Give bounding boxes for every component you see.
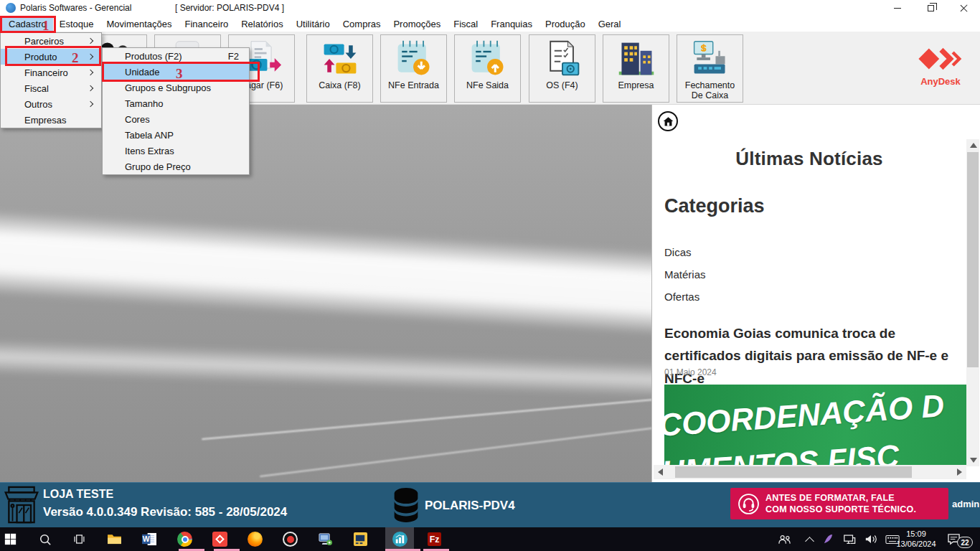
toolbar-button-nfe-saida[interactable]: NFe Saida [454, 34, 521, 103]
category-link-ofertas[interactable]: Ofertas [664, 291, 699, 303]
network-icon [843, 534, 856, 545]
menu-item-financeiro[interactable]: Financeiro [1, 65, 101, 80]
horizontal-scrollbar[interactable] [654, 465, 966, 479]
scroll-up-icon[interactable] [970, 143, 977, 148]
windows-logo-icon [4, 533, 17, 545]
chevron-up-icon [805, 537, 814, 546]
menu-compras[interactable]: Compras [336, 17, 387, 31]
submenu-chevron-icon [88, 85, 93, 91]
submenu-item-tamanho[interactable]: Tamanho [103, 95, 249, 111]
menu-item-parceiros[interactable]: Parceiros [1, 33, 101, 49]
tray-people[interactable] [776, 531, 793, 547]
taskbar-recorder[interactable] [282, 531, 298, 547]
service-order-icon [542, 39, 583, 79]
categories-heading: Categorias [664, 195, 765, 217]
submenu-item-unidade[interactable]: Unidade [103, 64, 249, 80]
polaris-app-icon [6, 3, 16, 13]
submenu-item-itens-extras[interactable]: Itens Extras [103, 143, 249, 159]
close-button[interactable] [947, 0, 980, 16]
record-icon [283, 532, 298, 547]
database-name: POLARIS-PDV4 [425, 499, 515, 513]
menu-franquias[interactable]: Franquias [484, 17, 539, 31]
taskbar-chrome[interactable] [176, 531, 193, 547]
store-icon [3, 485, 40, 528]
computer-icon [318, 532, 333, 546]
menu-relatorios[interactable]: Relatórios [235, 17, 290, 31]
shortcut-label: F2 [228, 51, 239, 62]
home-button[interactable] [658, 111, 678, 131]
menu-financeiro[interactable]: Financeiro [179, 17, 235, 31]
currency-exchange-icon [320, 39, 360, 79]
toolbar-button-os[interactable]: OS (F4) [529, 34, 595, 103]
menu-movimentacoes[interactable]: Movimentações [100, 17, 178, 31]
taskbar-search-button[interactable] [37, 531, 53, 547]
task-view-button[interactable] [71, 531, 88, 547]
tray-volume[interactable] [862, 531, 879, 547]
menu-cadastro[interactable]: Cadastro [2, 17, 53, 31]
window-title: Polaris Softwares - Gerencial [20, 3, 131, 13]
submenu-item-grupo-preco[interactable]: Grupo de Preço [103, 159, 249, 174]
menu-promocoes[interactable]: Promoções [387, 17, 447, 31]
scroll-right-icon[interactable] [957, 468, 962, 476]
taskbar-firefox[interactable] [247, 531, 263, 547]
article-title[interactable]: Economia Goias comunica troca de certifi… [664, 322, 971, 390]
menu-item-produto[interactable]: Produto [1, 49, 101, 65]
minimize-button[interactable] [881, 0, 914, 16]
polaris-chart-icon [392, 532, 407, 547]
restore-icon [928, 5, 934, 11]
menu-utilitario[interactable]: Utilitário [290, 17, 336, 31]
menu-geral[interactable]: Geral [592, 17, 628, 31]
toolbar-button-empresa[interactable]: Empresa [603, 34, 669, 103]
restore-button[interactable] [914, 0, 947, 16]
horizontal-scroll-thumb[interactable] [675, 466, 912, 478]
folder-icon [107, 533, 122, 545]
tray-network[interactable] [841, 531, 857, 547]
taskbar-filezilla[interactable]: Fz [426, 531, 443, 547]
tray-show-hidden[interactable] [801, 531, 818, 547]
taskbar-app-yellow[interactable] [352, 531, 369, 547]
submenu-item-cores[interactable]: Cores [103, 111, 249, 127]
menu-estoque[interactable]: Estoque [53, 17, 100, 31]
produto-submenu: Produtos (F2)F2 Unidade Grupos e Subgrup… [102, 47, 250, 175]
news-panel: Últimas Notícias Categorias Dicas Matéri… [651, 105, 980, 482]
start-button[interactable] [2, 531, 19, 547]
menu-item-fiscal[interactable]: Fiscal [1, 80, 101, 96]
article-image-text: UMENTOS FISC [664, 438, 900, 465]
svg-text:W: W [143, 535, 150, 543]
nfe-saida-icon [468, 39, 508, 79]
menu-fiscal[interactable]: Fiscal [447, 17, 484, 31]
app-window-icon [354, 532, 367, 546]
vertical-scroll-thumb[interactable] [967, 152, 979, 367]
submenu-item-produtos[interactable]: Produtos (F2)F2 [103, 48, 249, 64]
menu-item-empresas[interactable]: Empresas [1, 112, 101, 128]
vertical-scrollbar[interactable] [966, 139, 979, 466]
cash-register-icon [690, 39, 730, 79]
anydesk-widget[interactable]: AnyDesk [908, 46, 973, 96]
taskbar-anydesk[interactable] [212, 531, 228, 547]
clock-date: 13/06/2024 [894, 540, 938, 550]
toolbar-button-caixa[interactable]: Caixa (F8) [306, 34, 373, 103]
scroll-down-icon[interactable] [970, 458, 977, 463]
tray-pen-app[interactable] [820, 531, 837, 547]
taskbar-remote-pc[interactable] [317, 531, 334, 547]
scroll-left-icon[interactable] [658, 468, 663, 476]
category-link-materias[interactable]: Matérias [664, 268, 706, 281]
taskbar-clock[interactable]: 15:09 13/06/2024 [894, 529, 938, 550]
taskbar-file-explorer[interactable] [106, 531, 123, 547]
submenu-item-tabela-anp[interactable]: Tabela ANP [103, 127, 249, 143]
close-icon [960, 4, 968, 12]
taskbar-word[interactable]: W [141, 531, 158, 547]
article-image-text: COORDENAÇÃO D [664, 387, 946, 443]
menu-producao[interactable]: Produção [539, 17, 592, 31]
clock-time: 15:09 [894, 529, 938, 540]
toolbar-button-nfe-entrada[interactable]: NFe Entrada [380, 34, 447, 103]
search-icon [39, 533, 52, 546]
support-banner[interactable]: ANTES DE FORMATAR, FALE COM NOSSO SUPORT… [730, 488, 948, 519]
article-image[interactable]: COORDENAÇÃO D UMENTOS FISC [664, 385, 969, 465]
menu-item-outros[interactable]: Outros [1, 96, 101, 112]
category-link-dicas[interactable]: Dicas [664, 246, 692, 258]
submenu-item-grupos[interactable]: Grupos e Subgrupos [103, 80, 249, 95]
taskbar-polaris-active[interactable] [392, 531, 408, 547]
filezilla-icon: Fz [428, 532, 441, 546]
toolbar-button-fechamento[interactable]: Fechamento De Caixa [677, 34, 743, 103]
